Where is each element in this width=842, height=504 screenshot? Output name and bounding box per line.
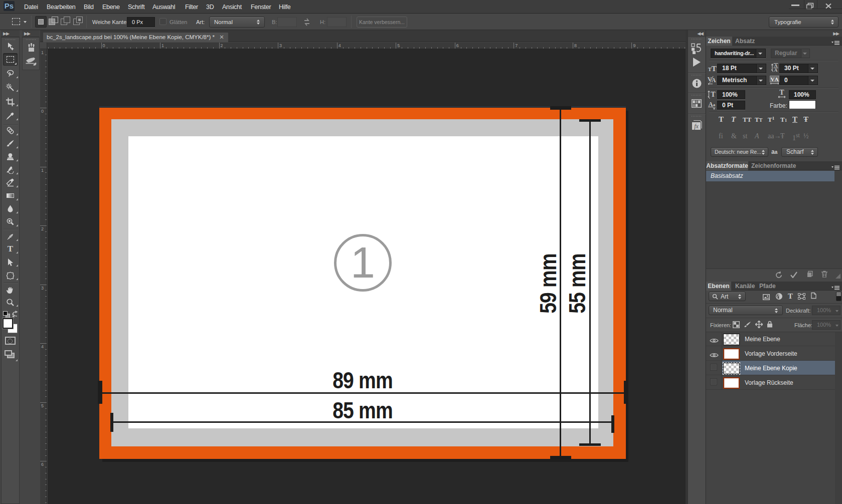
svg-text:a: a — [713, 102, 716, 107]
svg-text:A: A — [774, 68, 778, 73]
svg-text:A: A — [709, 101, 713, 108]
svg-text:fx: fx — [694, 123, 699, 130]
svg-text:T: T — [711, 91, 716, 98]
svg-text:T: T — [8, 244, 14, 253]
svg-text:T: T — [779, 89, 784, 96]
svg-text:A: A — [775, 76, 779, 82]
svg-text:V: V — [771, 76, 775, 82]
